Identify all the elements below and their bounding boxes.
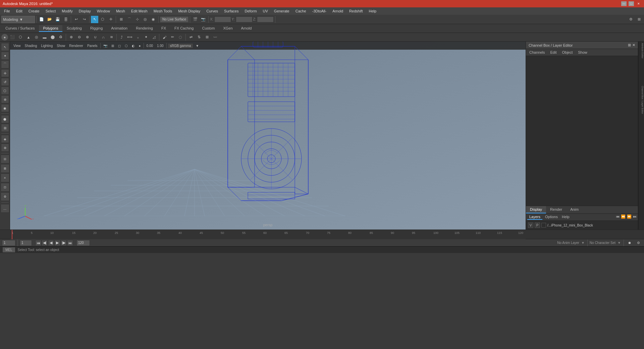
menu-help[interactable]: Help [366, 8, 379, 14]
snap-to-curve[interactable]: ⌒ [125, 16, 133, 23]
workspace-dropdown[interactable]: Modeling ▼ [1, 16, 35, 23]
sublayer-tab-layers[interactable]: Layers [527, 214, 542, 220]
vp-icon-shade2[interactable]: ● [138, 44, 142, 48]
tab-animation[interactable]: Animation [107, 25, 131, 32]
snap-to-point[interactable]: ⊹ [133, 16, 141, 23]
vp-show[interactable]: Show [55, 44, 66, 48]
menu-display[interactable]: Display [76, 8, 94, 14]
vp-view[interactable]: View [12, 44, 22, 48]
vp-gamma-dropdown[interactable]: ▼ [194, 44, 200, 48]
sculpt-tool[interactable]: ✏ [169, 34, 176, 41]
wedge-tool[interactable]: ◿ [150, 34, 158, 41]
layer-tab-render[interactable]: Render [546, 206, 566, 213]
sublayer-tab-options[interactable]: Options [544, 214, 559, 220]
tab-fx[interactable]: FX [157, 25, 170, 32]
menu-create[interactable]: Create [26, 8, 42, 14]
outliner-btn[interactable]: ⊟ [1, 155, 9, 163]
layer-visibility[interactable]: V [528, 222, 533, 228]
vp-shading[interactable]: Shading [23, 44, 39, 48]
menu-arnold[interactable]: Arnold [330, 8, 346, 14]
tab-rigging[interactable]: Rigging [86, 25, 107, 32]
menu-3dto-all[interactable]: -3DtoAll- [310, 8, 329, 14]
flip-tool[interactable]: ⇅ [195, 34, 203, 41]
menu-surfaces[interactable]: Surfaces [221, 8, 241, 14]
new-file-button[interactable]: 📄 [38, 16, 45, 23]
layer-pickable[interactable]: P [535, 222, 540, 228]
vp-renderer[interactable]: Renderer [68, 44, 85, 48]
range-end-input[interactable] [76, 240, 90, 246]
save-as-button[interactable]: 🗄 [62, 16, 69, 23]
timeline-ruler[interactable]: 1 5 10 15 20 25 30 35 40 45 50 55 60 65 … [10, 230, 526, 239]
scale-tool-btn[interactable]: ⬡ [1, 87, 9, 95]
fill-hole-tool[interactable]: ⬦ [134, 34, 142, 41]
extract-tool[interactable]: ⊗ [84, 34, 91, 41]
move-tool-btn[interactable]: ✛ [1, 69, 9, 77]
separate-tool[interactable]: ⊖ [75, 34, 83, 41]
paint-select-btn[interactable]: ✦ [1, 52, 9, 60]
vp-gamma[interactable]: sRGB gamma [168, 44, 193, 48]
extrude-tool[interactable]: ⤴ [118, 34, 125, 41]
smooth-tool[interactable]: ≋ [108, 34, 115, 41]
relax-tool[interactable]: ◌ [177, 34, 184, 41]
menu-file[interactable]: File [1, 8, 13, 14]
channel-box-tab[interactable]: Channel Box / Layer Editor [639, 86, 644, 114]
tab-fx-caching[interactable]: FX Caching [170, 25, 198, 32]
no-live-surface-button[interactable]: No Live Surface [160, 16, 189, 22]
play-back-btn[interactable]: ◀ [48, 240, 54, 246]
cb-expand-btn[interactable]: ⊞ [628, 43, 631, 47]
tab-curves-surfaces[interactable]: Curves / Surfaces [1, 25, 39, 32]
menu-uv[interactable]: UV [260, 8, 271, 14]
misc-btn[interactable]: … [1, 204, 9, 213]
layer-row-0[interactable]: V P /...iPhone_12_mini_Box_Black [526, 221, 638, 230]
menu-redshift[interactable]: Redshift [346, 8, 365, 14]
settings-button[interactable]: ⚙ [627, 16, 635, 23]
goto-start-btn[interactable]: ⏮ [35, 240, 41, 246]
boolean-union[interactable]: ∪ [92, 34, 99, 41]
snap-to-grid[interactable]: ⊞ [117, 16, 125, 23]
close-button[interactable]: ✕ [636, 1, 641, 6]
cone-tool[interactable]: ▲ [25, 34, 32, 41]
tab-xgen[interactable]: XGen [219, 25, 236, 32]
bridge-tool[interactable]: ⟺ [126, 34, 133, 41]
boolean-diff[interactable]: ∩ [100, 34, 107, 41]
tab-polygons[interactable]: Polygons [39, 25, 62, 32]
settings-btn[interactable]: ⚙ [635, 239, 642, 247]
menu-mesh[interactable]: Mesh [113, 8, 128, 14]
menu-deform[interactable]: Deform [242, 8, 259, 14]
menu-edit-mesh[interactable]: Edit Mesh [128, 8, 150, 14]
x-input[interactable] [214, 16, 231, 22]
menu-window[interactable]: Window [94, 8, 113, 14]
menu-generate[interactable]: Generate [271, 8, 292, 14]
channel-btn[interactable]: ⊡ [1, 183, 9, 192]
tab-sculpting[interactable]: Sculpting [63, 25, 86, 32]
layer-tab-display[interactable]: Display [526, 206, 546, 213]
minimize-button[interactable]: — [621, 1, 627, 6]
combine-tool[interactable]: ⊕ [67, 34, 75, 41]
select-tool[interactable]: ↖ [91, 16, 98, 23]
cylinder-tool[interactable]: ⬡ [17, 34, 24, 41]
vp-val2[interactable]: 1.00 [156, 44, 165, 48]
anim-layer-arrow[interactable]: ▼ [581, 241, 585, 245]
menu-mesh-display[interactable]: Mesh Display [175, 8, 203, 14]
vp-val1[interactable]: 0.00 [145, 44, 154, 48]
cb-tab-show[interactable]: Show [577, 50, 589, 55]
z-input[interactable] [257, 16, 274, 22]
cb-tab-object[interactable]: Object [560, 50, 574, 55]
paint-sel-tool[interactable]: 🖌 [161, 34, 168, 41]
autokey-btn[interactable]: ⏺ [626, 239, 633, 247]
sublayer-tab-help[interactable]: Help [560, 214, 571, 220]
helix-tool[interactable]: ♻ [57, 34, 64, 41]
snap-to-live[interactable]: ◉ [150, 16, 157, 23]
plane-tool[interactable]: ▬ [41, 34, 48, 41]
disc-tool[interactable]: ⬤ [49, 34, 56, 41]
vp-icon-heads[interactable]: ◻ [117, 44, 122, 48]
sphere-tool[interactable]: ● [1, 34, 8, 41]
save-file-button[interactable]: 💾 [54, 16, 61, 23]
vp-panels[interactable]: Panels [86, 44, 99, 48]
layout-button[interactable]: ⊞ [635, 16, 643, 23]
menu-modify[interactable]: Modify [59, 8, 75, 14]
open-file-button[interactable]: 📂 [46, 16, 53, 23]
menu-select[interactable]: Select [43, 8, 59, 14]
goto-end-btn[interactable]: ⏭ [67, 240, 73, 246]
polygon-btn[interactable]: ⬟ [1, 115, 9, 123]
